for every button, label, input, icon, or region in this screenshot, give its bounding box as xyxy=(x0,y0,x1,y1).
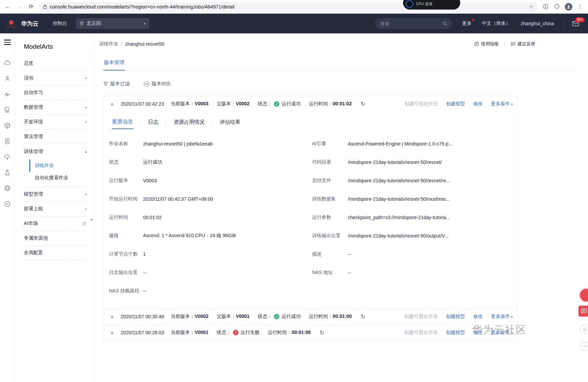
breadcrumb-parent-link[interactable]: 训练作业 xyxy=(99,41,118,47)
browser-menu-kebab-icon[interactable]: ⋮ xyxy=(576,3,584,11)
download-icon[interactable] xyxy=(542,3,549,11)
user-guide-link[interactable]: 使用指南 xyxy=(474,41,499,47)
version-compare-button[interactable]: VS 版本对比 xyxy=(144,81,171,87)
status: 状态： ✓ 运行成功 xyxy=(258,101,300,107)
user-service-icon[interactable] xyxy=(0,71,15,87)
live-chat-icon[interactable] xyxy=(578,306,588,317)
document-service-icon[interactable] xyxy=(0,134,15,149)
tab-version-management[interactable]: 版本管理 xyxy=(103,59,125,71)
create-model-link[interactable]: 创建模型 xyxy=(446,314,465,320)
detail-value xyxy=(348,282,514,300)
more-actions-link[interactable]: 更多操作▾ xyxy=(491,314,513,320)
feedback-smiley-icon[interactable]: ☺ xyxy=(580,324,588,334)
brand-title[interactable]: 华为云 xyxy=(21,20,38,28)
ip-service-icon[interactable]: IP xyxy=(0,196,15,212)
detail-label: 规格 xyxy=(109,227,143,245)
detail-value: -- xyxy=(143,282,312,300)
status-fail-icon: ! xyxy=(233,330,238,335)
mail-icon[interactable]: 99+ xyxy=(572,21,579,26)
cloud-service-icon[interactable] xyxy=(0,55,15,71)
sidebar-item-auto-search-jobs[interactable]: 自动化搜索作业 xyxy=(29,172,87,184)
lab-flask-icon[interactable] xyxy=(0,165,15,181)
nav-username-link[interactable]: zhanghui_china xyxy=(521,21,554,26)
bookmark-star-icon[interactable]: ☆ xyxy=(529,4,533,10)
cube-service-icon[interactable] xyxy=(0,118,15,134)
modify-link[interactable]: 修改 xyxy=(473,101,483,107)
version-filter-button[interactable]: 版本过滤 xyxy=(103,81,129,87)
refresh-icon[interactable]: ↻ xyxy=(320,329,324,336)
sidebar-item-deployment[interactable]: 部署上线 ▾ xyxy=(24,202,87,216)
detail-label: 状态 xyxy=(109,153,143,171)
sidebar-item-global-config[interactable]: 全局配置 xyxy=(24,246,87,260)
sidebar-item-dedicated-pool[interactable]: 专属资源池 xyxy=(24,231,87,246)
status: 状态： ! 运行失败 xyxy=(217,330,260,336)
tab-evaluation-result[interactable]: 评估结果 xyxy=(219,117,241,129)
create-model-link[interactable]: 创建模型 xyxy=(446,101,465,107)
svg-text:IP: IP xyxy=(6,203,9,205)
detail-label xyxy=(312,282,348,300)
extensions-puzzle-icon[interactable] xyxy=(553,3,561,11)
more-actions-label: 更多操作 xyxy=(491,101,510,106)
nav-language-link[interactable]: 中文（简体） xyxy=(482,20,510,27)
reload-icon[interactable]: ⟳ xyxy=(27,3,35,11)
cloud-deploy-icon[interactable] xyxy=(0,149,15,165)
sidebar-item-dev-env[interactable]: 开发环境 ▾ xyxy=(24,115,87,129)
sidebar-item-autolearning[interactable]: 自动学习 xyxy=(24,86,87,100)
globe-icon[interactable] xyxy=(0,181,15,196)
tab-config-info[interactable]: 配置信息 xyxy=(112,117,134,129)
runtime-value: 00:01:02 xyxy=(332,101,352,106)
tab-resource-usage[interactable]: 资源占用情况 xyxy=(173,117,205,129)
collapse-chevron-icon[interactable]: ∧ xyxy=(108,102,116,107)
more-actions-link[interactable]: 更多操作▾ xyxy=(491,101,513,107)
refresh-icon[interactable]: ↻ xyxy=(360,101,365,108)
create-visualization-job-link[interactable]: 创建可视化作业 xyxy=(404,101,438,107)
more-help-icon[interactable]: ⋯ xyxy=(580,341,588,351)
profile-avatar[interactable] xyxy=(565,3,572,11)
funnel-icon xyxy=(103,81,108,86)
sidebar-item-ai-market[interactable]: AI市场 xyxy=(24,216,87,231)
more-actions-link[interactable]: 更多操作▾ xyxy=(491,330,513,336)
back-icon[interactable]: ← xyxy=(4,3,12,11)
more-actions-label: 更多操作 xyxy=(491,314,510,319)
chevron-down-icon: ▾ xyxy=(511,315,513,319)
create-visualization-job-link[interactable]: 创建可视化作业 xyxy=(404,330,438,336)
nav-console-link[interactable]: 控制台 xyxy=(53,20,67,27)
notification-dot xyxy=(472,19,474,21)
huawei-logo[interactable]: HUAWEI xyxy=(3,19,19,28)
version-panel-v0002: ∨ 2020/11/07 00:35:48 当前版本：V0002 父版本：V00… xyxy=(104,308,517,324)
search-input[interactable] xyxy=(380,21,443,27)
modify-link[interactable]: 修改 xyxy=(473,314,483,320)
region-selector[interactable]: 北京四 ▾ xyxy=(76,18,149,29)
hamburger-menu-icon[interactable] xyxy=(4,38,11,46)
expand-chevron-icon[interactable]: ∨ xyxy=(108,314,116,319)
nav-divider: | xyxy=(563,21,564,26)
sidebar-item-training-jobs[interactable]: 训练作业 xyxy=(29,159,87,172)
create-visualization-job-link[interactable]: 创建可视化作业 xyxy=(404,314,438,320)
current-version: 当前版本：V0003 xyxy=(171,101,208,107)
sidebar-item-overview[interactable]: 总览 xyxy=(24,56,87,71)
cloud-storage-icon[interactable] xyxy=(0,102,15,118)
sidebar-collapse-handle-icon[interactable]: ◀ xyxy=(90,217,93,221)
forward-icon[interactable]: → xyxy=(16,3,23,11)
sidebar-item-label: 数据管理 xyxy=(24,104,43,110)
url-bar[interactable]: console.huaweicloud.com/modelarts/?regio… xyxy=(39,2,538,12)
sidebar-item-model-mgmt[interactable]: 模型管理 ▾ xyxy=(24,187,87,202)
feedback-link[interactable]: 建议反馈 xyxy=(511,41,535,47)
global-search[interactable] xyxy=(375,18,452,29)
detail-label: AI引擎 xyxy=(312,135,348,153)
expand-chevron-icon[interactable]: ∨ xyxy=(108,330,116,335)
current-version-value: V0003 xyxy=(195,101,208,106)
create-model-link[interactable]: 创建模型 xyxy=(446,330,465,336)
refresh-icon[interactable]: ↻ xyxy=(360,313,365,320)
monitor-wave-icon[interactable] xyxy=(0,87,15,102)
tab-logs[interactable]: 日志 xyxy=(148,117,159,129)
modify-link[interactable]: 修改 xyxy=(473,330,483,336)
search-icon[interactable] xyxy=(443,21,447,26)
sidebar-item-activity[interactable]: 活动 ▾ xyxy=(24,71,87,86)
sidebar-item-data-mgmt[interactable]: 数据管理 ▾ xyxy=(24,100,87,115)
detail-label: 启动文件 xyxy=(312,171,348,190)
user-guide-label: 使用指南 xyxy=(481,41,499,47)
nav-more-link[interactable]: 更多 xyxy=(462,20,471,27)
sidebar-item-training-mgmt[interactable]: 训练管理 ▴ xyxy=(24,144,87,159)
sidebar-item-algorithm-mgmt[interactable]: 算法管理 xyxy=(24,129,87,144)
